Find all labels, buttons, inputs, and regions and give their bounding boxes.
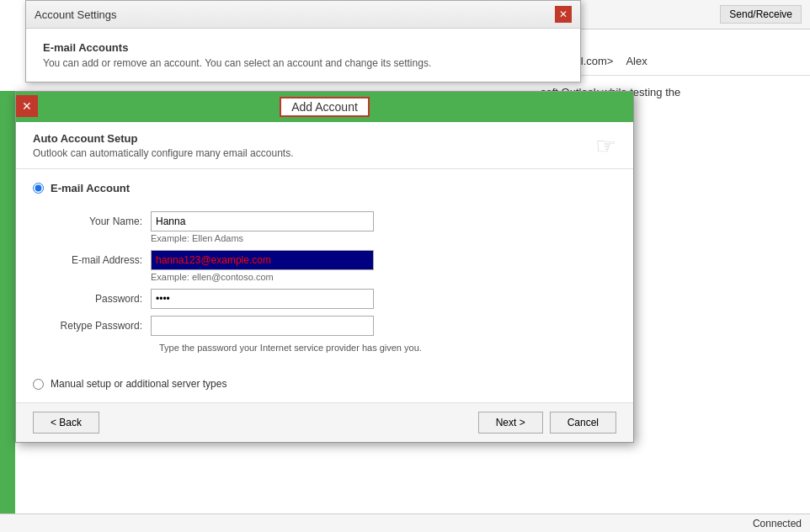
add-account-body: E-mail Account Your Name: Example: Ellen… xyxy=(16,169,633,402)
name-row: Your Name: Example: Ellen Adams xyxy=(50,211,616,243)
account-settings-title: Account Settings xyxy=(35,8,117,21)
add-account-header-text: Auto Account Setup Outlook can automatic… xyxy=(33,132,587,159)
status-bar: Connected xyxy=(0,513,810,532)
account-settings-titlebar: Account Settings ✕ xyxy=(26,1,580,29)
manual-setup-option[interactable]: Manual setup or additional server types xyxy=(33,370,616,390)
email-hint: Example: ellen@contoso.com xyxy=(151,272,616,282)
account-settings-dialog: Account Settings ✕ E-mail Accounts You c… xyxy=(25,0,581,82)
manual-setup-radio[interactable] xyxy=(33,379,44,390)
email-account-radio[interactable] xyxy=(33,183,44,194)
retype-field-group xyxy=(151,316,616,336)
outlook-email-bar: al@aol.com> Alex xyxy=(541,46,810,76)
cancel-button[interactable]: Cancel xyxy=(550,412,616,434)
email-account-option[interactable]: E-mail Account xyxy=(33,182,616,194)
password-input[interactable] xyxy=(151,289,374,309)
name-field-group: Example: Ellen Adams xyxy=(151,211,616,243)
status-text: Connected xyxy=(753,518,802,529)
left-accent-bar xyxy=(0,91,15,522)
password-row: Password: xyxy=(50,289,616,309)
add-account-dialog: Add Account ✕ Auto Account Setup Outlook… xyxy=(15,91,634,443)
email-field-group: Example: ellen@contoso.com xyxy=(151,250,616,282)
auto-account-setup-title: Auto Account Setup xyxy=(33,132,587,145)
name-hint: Example: Ellen Adams xyxy=(151,233,616,243)
manual-setup-label[interactable]: Manual setup or additional server types xyxy=(51,378,226,390)
account-settings-close-button[interactable]: ✕ xyxy=(555,6,572,23)
email-account-label[interactable]: E-mail Account xyxy=(51,182,130,194)
email-row: E-mail Address: Example: ellen@contoso.c… xyxy=(50,250,616,282)
add-account-title: Add Account xyxy=(280,97,370,117)
name-input[interactable] xyxy=(151,211,374,231)
account-form: Your Name: Example: Ellen Adams E-mail A… xyxy=(50,211,616,353)
password-label: Password: xyxy=(50,289,151,305)
send-receive-button[interactable]: Send/Receive xyxy=(720,5,802,24)
retype-password-input[interactable] xyxy=(151,316,374,336)
user-name-display: Alex xyxy=(626,55,647,67)
auto-account-setup-desc: Outlook can automatically configure many… xyxy=(33,147,587,159)
password-note: Type the password your Internet service … xyxy=(159,343,616,353)
add-account-header: Auto Account Setup Outlook can automatic… xyxy=(16,122,633,169)
add-account-titlebar: Add Account ✕ xyxy=(16,92,633,122)
back-button[interactable]: < Back xyxy=(33,412,99,434)
retype-password-label: Retype Password: xyxy=(50,316,151,332)
add-account-footer: < Back Next > Cancel xyxy=(16,402,633,442)
account-settings-section-desc: You can add or remove an account. You ca… xyxy=(43,57,563,69)
cursor-icon: ☞ xyxy=(595,132,616,160)
name-label: Your Name: xyxy=(50,211,151,227)
retype-password-row: Retype Password: xyxy=(50,316,616,336)
email-label: E-mail Address: xyxy=(50,250,151,266)
outlook-toolbar: Send/Receive xyxy=(541,0,810,29)
password-field-group xyxy=(151,289,616,309)
next-button[interactable]: Next > xyxy=(478,412,543,434)
account-settings-section-title: E-mail Accounts xyxy=(43,41,563,54)
account-settings-body: E-mail Accounts You can add or remove an… xyxy=(26,29,580,82)
email-input[interactable] xyxy=(151,250,374,270)
add-account-close-button[interactable]: ✕ xyxy=(16,95,38,117)
